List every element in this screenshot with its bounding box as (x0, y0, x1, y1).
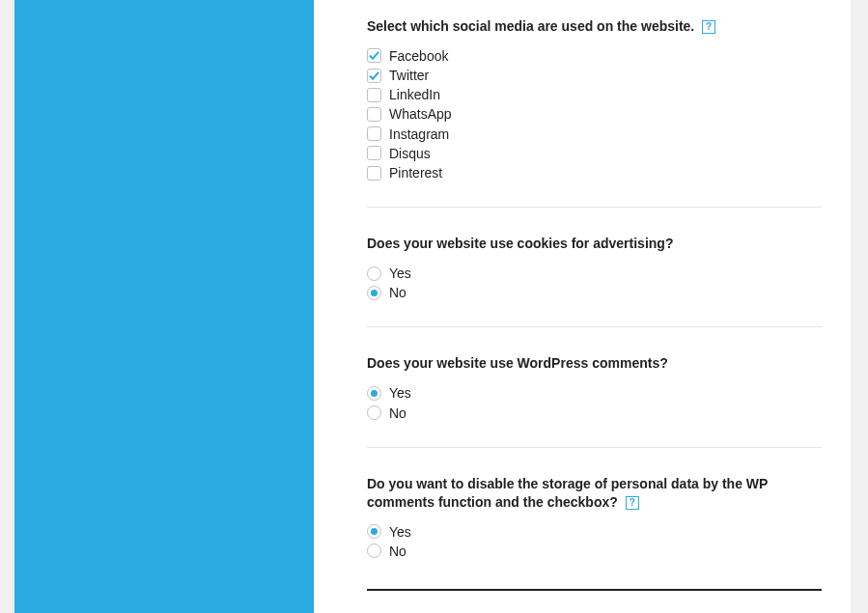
help-icon[interactable]: ? (702, 20, 715, 34)
radio-label: No (389, 284, 406, 301)
checkbox-label: Instagram (389, 125, 449, 143)
section-social-media: Select which social media are used on th… (367, 0, 822, 207)
checkbox-icon (367, 48, 381, 63)
checkbox-icon (367, 146, 381, 160)
checkbox-label: Facebook (389, 47, 448, 65)
radio-wp-comments-yes[interactable]: Yes (367, 384, 822, 402)
checkbox-whatsapp[interactable]: WhatsApp (367, 105, 822, 123)
main-panel: Select which social media are used on th… (314, 0, 851, 613)
radio-label: Yes (389, 265, 411, 282)
left-gutter (0, 0, 14, 613)
social-heading: Select which social media are used on th… (367, 17, 822, 36)
radio-wp-comments-no[interactable]: No (367, 404, 822, 422)
checkbox-icon (367, 166, 381, 181)
disable-storage-heading: Do you want to disable the storage of pe… (367, 475, 822, 512)
checkbox-linkedin[interactable]: LinkedIn (367, 86, 822, 103)
social-heading-text: Select which social media are used on th… (367, 18, 694, 34)
checkbox-disqus[interactable]: Disqus (367, 145, 822, 162)
wp-comments-heading: Does your website use WordPress comments… (367, 354, 822, 373)
cookies-ads-heading: Does your website use cookies for advert… (367, 235, 822, 253)
cookies-ads-options: Yes No (367, 265, 822, 301)
checkbox-icon (367, 126, 381, 141)
checkbox-label: LinkedIn (389, 86, 440, 103)
disable-storage-heading-text: Do you want to disable the storage of pe… (367, 476, 768, 510)
checkbox-label: WhatsApp (389, 105, 452, 123)
radio-cookies-ads-no[interactable]: No (367, 284, 822, 301)
radio-icon (367, 543, 381, 558)
section-disable-storage: Do you want to disable the storage of pe… (367, 447, 822, 585)
radio-label: Yes (389, 523, 411, 541)
sidebar (14, 0, 314, 613)
radio-icon (367, 286, 381, 300)
radio-cookies-ads-yes[interactable]: Yes (367, 265, 822, 282)
radio-label: No (389, 543, 406, 560)
radio-icon (367, 386, 381, 401)
checkbox-icon (367, 88, 381, 102)
radio-label: No (389, 404, 406, 422)
radio-icon (367, 524, 381, 539)
radio-disable-storage-yes[interactable]: Yes (367, 523, 822, 541)
checkbox-instagram[interactable]: Instagram (367, 125, 822, 143)
disable-storage-options: Yes No (367, 523, 822, 560)
section-wp-comments: Does your website use WordPress comments… (367, 326, 822, 446)
checkbox-facebook[interactable]: Facebook (367, 47, 822, 65)
radio-icon (367, 405, 381, 420)
checkbox-pinterest[interactable]: Pinterest (367, 164, 822, 181)
checkbox-twitter[interactable]: Twitter (367, 67, 822, 84)
social-options: Facebook Twitter LinkedIn WhatsApp Insta… (367, 47, 822, 181)
radio-icon (367, 266, 381, 281)
radio-label: Yes (389, 384, 411, 402)
checkbox-label: Disqus (389, 145, 431, 162)
checkbox-label: Pinterest (389, 164, 442, 181)
radio-disable-storage-no[interactable]: No (367, 543, 822, 560)
help-icon[interactable]: ? (626, 496, 639, 510)
checkbox-icon (367, 107, 381, 122)
footer-buttons: previous save next (367, 591, 822, 613)
section-cookies-ads: Does your website use cookies for advert… (367, 207, 822, 326)
checkbox-label: Twitter (389, 67, 429, 84)
right-gutter (851, 0, 868, 613)
checkbox-icon (367, 69, 381, 83)
wp-comments-options: Yes No (367, 384, 822, 421)
